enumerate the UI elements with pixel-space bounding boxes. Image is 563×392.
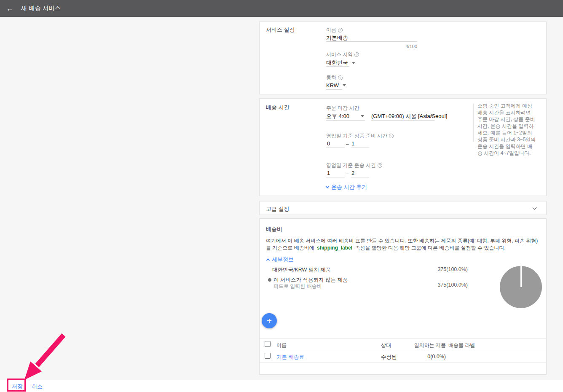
dropdown-arrow-icon xyxy=(343,84,346,86)
add-rate-table-button[interactable]: + xyxy=(262,313,277,328)
timezone-dropdown[interactable]: (GMT+09:00) 서울 [Asia/Seoul] xyxy=(371,113,447,120)
table-header-status: 상태 xyxy=(381,342,391,349)
annotation-highlight-rect xyxy=(7,379,26,392)
delivery-help-text: 쇼핑 중인 고객에게 예상 배송 시간을 표시하려면 주문 마감 시간, 상품 … xyxy=(477,102,536,156)
service-area-underline xyxy=(326,66,349,67)
handling-min-underline xyxy=(326,148,345,148)
help-icon[interactable]: ? xyxy=(378,163,382,168)
range-dash: – xyxy=(346,141,349,147)
handling-time-label: 영업일 기준 상품 준비 시간 ? xyxy=(326,132,394,140)
name-field-label: 이름 ? xyxy=(326,27,343,34)
name-input-underline xyxy=(326,41,417,42)
section-title-delivery-time: 배송 시간 xyxy=(266,104,290,111)
select-all-checkbox[interactable] xyxy=(265,341,271,347)
details-link-label: 세부정보 xyxy=(272,256,294,263)
transit-max-underline xyxy=(351,177,369,177)
shipping-cost-description: 여기에서 이 배송 서비스에 여러 배송비 표를 만들 수 있습니다. 또한 배… xyxy=(266,237,539,252)
help-icon[interactable]: ? xyxy=(338,75,343,80)
table-header-name: 이름 xyxy=(276,342,287,349)
rate-table-link[interactable]: 기본 배송료 xyxy=(276,354,304,361)
currency-dropdown[interactable]: KRW xyxy=(326,82,346,89)
plus-icon: + xyxy=(267,316,272,326)
currency-underline xyxy=(326,89,342,90)
handling-min-input[interactable]: 0 xyxy=(327,140,330,147)
app-bar: ← 새 배송 서비스 xyxy=(0,0,563,17)
table-header-shipping-label: 배송물 라벨 xyxy=(448,342,475,349)
cutoff-label: 주문 마감 시간 xyxy=(326,105,359,112)
legend-dot-icon xyxy=(268,278,271,282)
transit-min-input[interactable]: 1 xyxy=(327,170,330,176)
char-counter: 4/100 xyxy=(326,44,417,49)
pie-slice-divider xyxy=(520,266,522,287)
advanced-settings-card[interactable]: 고급 설정 xyxy=(259,201,547,215)
transit-max-input[interactable]: 2 xyxy=(351,170,354,176)
dropdown-arrow-icon xyxy=(430,115,434,117)
detail-row-value: 375(100.0%) xyxy=(437,282,468,288)
help-divider xyxy=(473,104,474,142)
handling-max-input[interactable]: 1 xyxy=(351,140,354,147)
chevron-down-icon[interactable] xyxy=(533,206,537,210)
shipping-cost-title: 배송비 xyxy=(266,226,282,233)
handling-max-underline xyxy=(351,148,369,148)
service-area-dropdown[interactable]: 대한민국 xyxy=(326,59,355,67)
help-icon[interactable]: ? xyxy=(338,28,343,32)
name-input[interactable]: 기본배송 xyxy=(326,34,348,42)
page-title: 새 배송 서비스 xyxy=(21,5,61,12)
description-part2: 속성을 할당한 다음 해당 그룹에 다른 배송비를 설정할 수 있습니다. xyxy=(355,245,505,251)
cutoff-underline xyxy=(326,120,365,121)
dropdown-arrow-icon xyxy=(361,115,364,117)
delivery-time-card: 배송 시간 주문 마감 시간 오후 4:00 (GMT+09:00) 서울 [A… xyxy=(259,98,547,196)
detail-row-label: 대한민국/KRW 일치 제품 xyxy=(272,266,331,274)
currency-label-text: 통화 xyxy=(326,74,336,81)
currency-value: KRW xyxy=(326,82,339,89)
shipping-cost-card: 배송비 여기에서 이 배송 서비스에 여러 배송비 표를 만들 수 있습니다. … xyxy=(259,218,547,375)
section-title-service-settings: 서비스 설정 xyxy=(266,26,295,34)
table-row: 기본 배송료 수정됨 0(0.0%) xyxy=(260,351,546,362)
cancel-button[interactable]: 취소 xyxy=(29,382,45,391)
advanced-settings-title: 고급 설정 xyxy=(266,205,290,213)
table-header-matching: 일치하는 제품 xyxy=(394,342,446,349)
shipping-label-attribute: shipping_label xyxy=(317,245,352,251)
cutoff-dropdown[interactable]: 오후 4:00 xyxy=(326,113,349,120)
details-toggle-link[interactable]: 세부정보 xyxy=(267,256,294,263)
service-settings-card: 서비스 설정 이름 ? 기본배송 4/100 서비스 지역 ? 대한민국 통화 … xyxy=(259,21,547,94)
service-area-label: 서비스 지역 ? xyxy=(326,51,359,58)
row-matching: 0(0.0%) xyxy=(394,354,446,360)
page: ← 새 배송 서비스 서비스 설정 이름 ? 기본배송 4/100 서비스 지역… xyxy=(0,0,563,392)
range-dash: – xyxy=(346,171,349,177)
footer-bar: 저장 취소 xyxy=(0,380,563,392)
row-checkbox[interactable] xyxy=(265,353,271,359)
detail-row-sublabel: 피드로 입력한 배송비 xyxy=(273,283,322,290)
transit-label-text: 영업일 기준 운송 시간 xyxy=(326,162,376,169)
area-label-text: 서비스 지역 xyxy=(326,51,353,58)
transit-time-label: 영업일 기준 운송 시간 ? xyxy=(326,162,382,169)
service-area-value: 대한민국 xyxy=(326,59,348,67)
dropdown-arrow-icon xyxy=(352,62,355,64)
help-icon[interactable]: ? xyxy=(389,134,394,138)
chevron-up-icon xyxy=(266,258,270,262)
transit-min-underline xyxy=(326,177,345,177)
add-transit-time-link[interactable]: 운송 시간 추가 xyxy=(326,183,367,191)
divider xyxy=(260,338,546,339)
help-icon[interactable]: ? xyxy=(354,52,359,57)
back-arrow-icon[interactable]: ← xyxy=(6,5,13,12)
add-transit-time-label: 운송 시간 추가 xyxy=(331,183,367,191)
divider xyxy=(260,362,546,362)
name-label-text: 이름 xyxy=(326,27,336,34)
divider xyxy=(260,321,546,321)
timezone-underline xyxy=(371,120,434,121)
handling-label-text: 영업일 기준 상품 준비 시간 xyxy=(326,132,387,140)
chevron-down-icon xyxy=(326,185,329,188)
currency-label: 통화 ? xyxy=(326,74,343,81)
detail-row-value: 375(100.0%) xyxy=(437,266,468,272)
